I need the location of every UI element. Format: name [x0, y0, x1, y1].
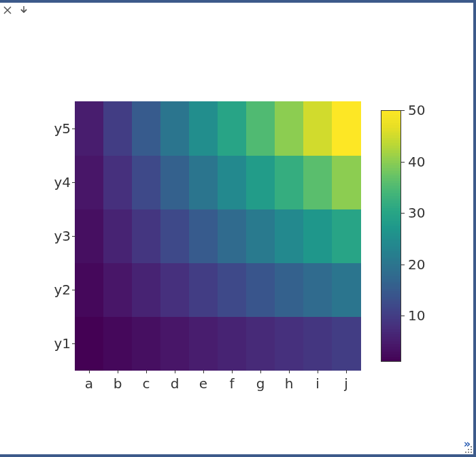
heatmap-cell: [303, 316, 333, 371]
heatmap-cell: [303, 209, 333, 263]
heatmap-cell: [332, 263, 361, 317]
resize-handle[interactable]: [464, 445, 472, 453]
heatmap-cell: [75, 263, 104, 317]
heatmap-cell: [275, 209, 304, 263]
heatmap-cell: [189, 209, 218, 263]
heatmap-cell: [103, 263, 133, 317]
heatmap-cell: [189, 263, 218, 317]
heatmap-cell: [160, 316, 190, 371]
heatmap-cell: [103, 209, 133, 263]
heatmap-cell: [275, 263, 304, 317]
app-frame: 1020304050 » y1y2y3y4y5abcdefghij: [0, 0, 476, 457]
heatmap-cell: [132, 263, 161, 317]
x-tick-label: b: [114, 375, 122, 392]
colorbar-tick-label: 20: [408, 256, 425, 273]
y-tick-label: y5: [39, 120, 71, 137]
heatmap-cell: [189, 316, 218, 371]
x-tick-label: d: [171, 375, 180, 392]
heatmap-cell: [160, 101, 190, 156]
x-tick-label: c: [143, 375, 150, 392]
y-tick-label: y3: [39, 228, 71, 244]
colorbar-tick-label: 40: [408, 154, 425, 170]
y-tick-label: y4: [39, 174, 71, 190]
y-tick-label: y1: [39, 335, 71, 352]
heatmap-cell: [218, 209, 247, 263]
colorbar-tick-label: 50: [408, 102, 425, 118]
x-tick-label: a: [85, 375, 93, 392]
heatmap-cell: [160, 263, 190, 317]
x-tick-label: j: [344, 375, 348, 392]
heatmap-cell: [332, 101, 361, 156]
heatmap-cell: [275, 101, 304, 156]
y-tick-label: y2: [39, 282, 71, 298]
heatmap-cell: [103, 155, 133, 209]
heatmap-cell: [218, 316, 247, 371]
x-tick-label: g: [256, 375, 265, 392]
heatmap-cell: [275, 155, 304, 209]
heatmap-cell: [246, 316, 275, 371]
heatmap-cell: [332, 209, 361, 263]
x-tick-label: h: [285, 375, 294, 392]
heatmap-cell: [75, 155, 104, 209]
heatmap-cell: [75, 209, 104, 263]
heatmap-cell: [275, 316, 304, 371]
heatmap-cell: [75, 101, 104, 156]
heatmap-cell: [189, 101, 218, 156]
toolbar: [3, 4, 29, 19]
heatmap-cell: [218, 101, 247, 156]
heatmap-cell: [246, 263, 275, 317]
x-tick-label: e: [199, 375, 207, 392]
x-tick-label: f: [229, 375, 234, 392]
heatmap-cell: [132, 209, 161, 263]
heatmap-cell: [132, 101, 161, 156]
heatmap-cell: [189, 155, 218, 209]
heatmap-cell: [332, 316, 361, 371]
heatmap-cell: [160, 155, 190, 209]
download-icon[interactable]: [19, 5, 29, 18]
heatmap-cell: [103, 101, 133, 156]
heatmap-cell: [332, 155, 361, 209]
heatmap-cell: [303, 101, 333, 156]
close-icon[interactable]: [3, 5, 12, 18]
heatmap-cell: [246, 155, 275, 209]
heatmap-cell: [303, 155, 333, 209]
heatmap-cell: [160, 209, 190, 263]
heatmap-cell: [303, 263, 333, 317]
heatmap-cell: [246, 209, 275, 263]
heatmap-cell: [132, 316, 161, 371]
heatmap-cell: [132, 155, 161, 209]
colorbar: 1020304050: [381, 110, 401, 362]
heatmap-cell: [218, 263, 247, 317]
heatmap-cell: [75, 316, 104, 371]
heatmap-plot: [75, 101, 360, 370]
heatmap-cell: [246, 101, 275, 156]
heatmap-cell: [218, 155, 247, 209]
colorbar-tick-label: 30: [408, 205, 425, 221]
colorbar-tick-label: 10: [408, 307, 425, 324]
x-tick-label: i: [316, 375, 320, 392]
heatmap-cell: [103, 316, 133, 371]
